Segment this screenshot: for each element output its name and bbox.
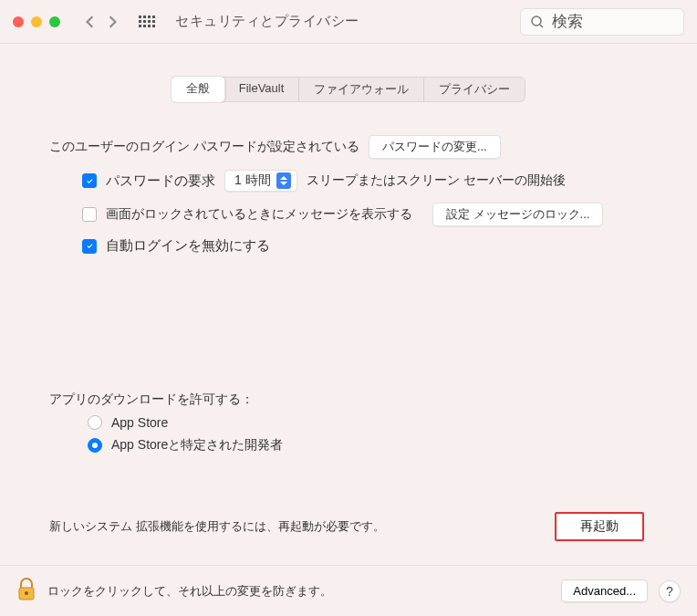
radio-appstore-identified-label: App Storeと特定された開発者 bbox=[111, 437, 283, 454]
change-password-button[interactable]: パスワードの変更... bbox=[369, 135, 501, 159]
tab-privacy[interactable]: プライバシー bbox=[424, 78, 525, 101]
set-lock-message-button[interactable]: 設定 メッセージのロック... bbox=[432, 203, 603, 226]
require-password-delay-select[interactable]: 1 時間 bbox=[224, 170, 297, 192]
tab-general[interactable]: 全般 bbox=[172, 77, 225, 102]
show-lock-message-label: 画面がロックされているときにメッセージを表示する bbox=[106, 206, 412, 223]
allow-downloads-heading: アプリのダウンロードを許可する： bbox=[49, 392, 648, 408]
disable-autologin-label: 自動ログインを無効にする bbox=[106, 237, 270, 255]
svg-point-0 bbox=[532, 16, 541, 26]
search-placeholder: 検索 bbox=[552, 11, 583, 32]
radio-appstore-identified[interactable] bbox=[88, 438, 102, 453]
show-all-prefs-button[interactable] bbox=[139, 16, 155, 27]
forward-button[interactable] bbox=[106, 16, 119, 28]
disable-autologin-checkbox[interactable] bbox=[82, 239, 97, 254]
radio-appstore-only-label: App Store bbox=[111, 415, 168, 430]
chevron-updown-icon bbox=[276, 172, 291, 189]
footer-bar: ロックをクリックして、それ以上の変更を防ぎます。 Advanced... ? bbox=[0, 565, 697, 616]
window-titlebar: セキュリティとプライバシー 検索 bbox=[0, 0, 697, 44]
require-password-delay-value: 1 時間 bbox=[234, 172, 271, 189]
back-button[interactable] bbox=[84, 16, 97, 28]
tab-filevault[interactable]: FileVault bbox=[224, 78, 300, 101]
minimize-window-button[interactable] bbox=[31, 16, 42, 27]
login-password-set-label: このユーザーのログイン パスワードが設定されている bbox=[49, 139, 359, 155]
tab-firewall[interactable]: ファイアウォール bbox=[299, 78, 424, 101]
require-password-label: パスワードの要求 bbox=[106, 172, 215, 190]
show-lock-message-checkbox[interactable] bbox=[82, 207, 97, 222]
help-button[interactable]: ? bbox=[659, 580, 681, 602]
close-window-button[interactable] bbox=[13, 16, 24, 27]
window-controls bbox=[13, 16, 60, 27]
advanced-button[interactable]: Advanced... bbox=[561, 579, 648, 602]
search-icon bbox=[530, 15, 545, 29]
lock-hint-text: ロックをクリックして、それ以上の変更を防ぎます。 bbox=[47, 583, 332, 600]
zoom-window-button[interactable] bbox=[49, 16, 60, 27]
restart-required-message: 新しいシステム 拡張機能を使用するには、再起動が必要です。 bbox=[49, 518, 385, 535]
require-password-suffix: スリープまたはスクリーン セーバーの開始後 bbox=[307, 172, 566, 189]
tab-bar: 全般 FileVault ファイアウォール プライバシー bbox=[27, 77, 670, 102]
svg-point-2 bbox=[25, 591, 28, 595]
require-password-checkbox[interactable] bbox=[82, 173, 97, 188]
lock-icon[interactable] bbox=[16, 577, 36, 605]
radio-appstore-only[interactable] bbox=[88, 415, 102, 430]
restart-button[interactable]: 再起動 bbox=[555, 512, 644, 541]
pane-title: セキュリティとプライバシー bbox=[175, 13, 359, 30]
search-field[interactable]: 検索 bbox=[520, 8, 684, 36]
